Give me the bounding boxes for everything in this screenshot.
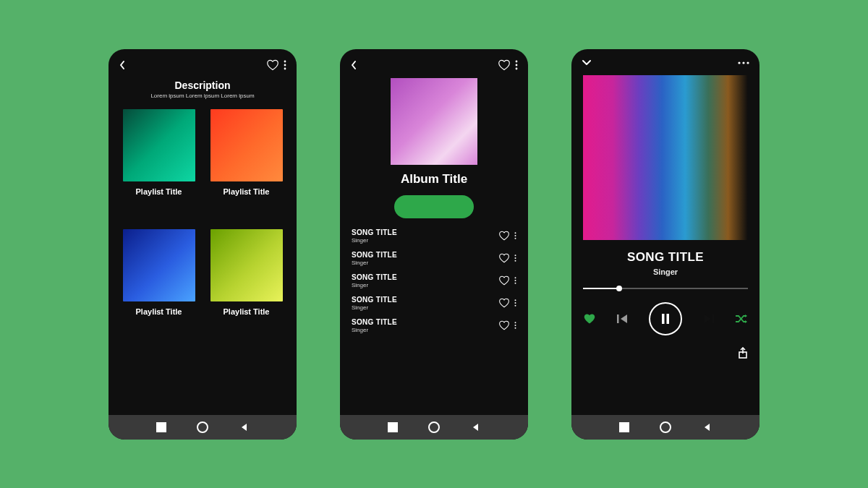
song-singer: Singer: [352, 282, 397, 288]
heart-icon[interactable]: [498, 59, 511, 71]
album-header: Album Title: [352, 78, 516, 218]
svg-rect-27: [712, 314, 714, 323]
song-title: SONG TITLE: [352, 228, 397, 236]
song-singer: Singer: [352, 327, 397, 333]
playlist-label: Playlist Title: [136, 187, 182, 196]
more-icon[interactable]: [514, 254, 516, 262]
like-icon[interactable]: [583, 313, 596, 325]
back-icon[interactable]: [350, 60, 357, 70]
previous-icon[interactable]: [616, 313, 629, 325]
svg-point-8: [515, 238, 516, 239]
nav-back-icon[interactable]: [470, 422, 480, 432]
playlist-tile[interactable]: Playlist Title: [208, 109, 285, 196]
svg-point-20: [515, 328, 516, 329]
nav-back-icon[interactable]: [702, 422, 712, 432]
svg-point-6: [515, 232, 516, 234]
svg-point-7: [515, 235, 516, 236]
song-title: SONG TITLE: [352, 318, 397, 326]
song-row[interactable]: SONG TITLESinger: [352, 273, 516, 288]
heart-icon[interactable]: [498, 231, 510, 241]
android-navbar: [109, 415, 297, 440]
nav-recents-icon[interactable]: [388, 422, 398, 432]
more-icon[interactable]: [514, 231, 516, 240]
nav-home-icon[interactable]: [660, 421, 671, 433]
svg-point-10: [515, 257, 516, 259]
playlist-tile[interactable]: Playlist Title: [120, 229, 197, 316]
song-row[interactable]: SONG TITLESinger: [352, 318, 516, 333]
nav-home-icon[interactable]: [428, 421, 440, 433]
svg-rect-24: [617, 314, 619, 323]
playlist-art: [210, 109, 283, 181]
back-icon[interactable]: [119, 60, 126, 70]
nav-recents-icon[interactable]: [156, 422, 166, 432]
svg-point-22: [742, 61, 744, 64]
topbar: [571, 49, 760, 72]
progress-bar[interactable]: [583, 288, 748, 289]
more-icon[interactable]: [514, 276, 516, 285]
more-icon[interactable]: [514, 321, 516, 330]
now-playing-art: [583, 75, 748, 240]
android-navbar: [340, 415, 528, 440]
svg-point-5: [516, 67, 518, 69]
shuffle-icon[interactable]: [735, 314, 748, 324]
more-icon[interactable]: [514, 299, 516, 307]
svg-point-11: [515, 260, 516, 262]
playlist-label: Playlist Title: [224, 187, 270, 196]
nav-back-icon[interactable]: [239, 422, 249, 432]
svg-point-3: [516, 60, 518, 62]
more-icon[interactable]: [284, 60, 286, 70]
playlist-art: [123, 229, 195, 301]
song-row[interactable]: SONG TITLESinger: [352, 251, 516, 266]
play-pause-button[interactable]: [649, 302, 682, 335]
album-title: Album Title: [401, 172, 467, 187]
song-singer: Singer: [352, 237, 397, 244]
svg-point-21: [738, 61, 740, 64]
playlists-content: Description Lorem ipsum Lorem ipsum Lore…: [109, 77, 297, 415]
song-title: SONG TITLE: [352, 251, 397, 259]
song-row[interactable]: SONG TITLESinger: [352, 296, 516, 311]
svg-point-2: [284, 67, 286, 69]
heart-icon[interactable]: [498, 320, 510, 330]
song-title: SONG TITLE: [352, 273, 397, 281]
svg-point-18: [515, 322, 516, 323]
svg-point-15: [515, 299, 516, 301]
song-row[interactable]: SONG TITLESinger: [352, 228, 516, 244]
song-singer: Singer: [352, 304, 397, 311]
album-art: [391, 78, 477, 165]
android-navbar: [571, 415, 760, 440]
svg-point-4: [516, 64, 518, 66]
playlist-grid: Playlist Title Playlist Title Playlist T…: [120, 109, 285, 316]
topbar: [340, 49, 528, 77]
heart-icon[interactable]: [498, 298, 510, 308]
phone-album: Album Title SONG TITLESinger SONG TITLES…: [340, 49, 528, 440]
description-sub: Lorem ipsum Lorem ipsum Lorem ipsum: [120, 93, 285, 99]
progress-knob[interactable]: [616, 286, 622, 291]
next-icon[interactable]: [702, 313, 715, 325]
playlist-tile[interactable]: Playlist Title: [208, 229, 285, 316]
heart-icon[interactable]: [266, 59, 279, 71]
svg-rect-25: [662, 314, 665, 324]
share-icon[interactable]: [738, 347, 748, 359]
player-controls: [583, 302, 748, 335]
chevron-down-icon[interactable]: [582, 59, 592, 67]
svg-rect-26: [667, 314, 670, 324]
svg-point-1: [284, 64, 286, 66]
svg-point-14: [515, 283, 516, 284]
heart-icon[interactable]: [498, 253, 510, 263]
more-horizontal-icon[interactable]: [738, 61, 749, 64]
phone-now-playing: SONG TITLE Singer: [571, 49, 760, 440]
progress-fill: [583, 288, 619, 289]
svg-point-9: [515, 254, 516, 256]
playlist-tile[interactable]: Playlist Title: [120, 109, 197, 196]
nav-recents-icon[interactable]: [619, 422, 629, 432]
play-all-button[interactable]: [394, 195, 474, 218]
svg-point-12: [515, 277, 516, 278]
svg-point-23: [746, 61, 749, 64]
svg-point-16: [515, 302, 516, 304]
heart-icon[interactable]: [498, 275, 510, 286]
playlist-art: [123, 109, 195, 181]
song-list: SONG TITLESinger SONG TITLESinger SONG T…: [352, 228, 516, 333]
album-content: Album Title SONG TITLESinger SONG TITLES…: [340, 77, 528, 415]
more-icon[interactable]: [515, 60, 518, 70]
nav-home-icon[interactable]: [197, 421, 208, 433]
